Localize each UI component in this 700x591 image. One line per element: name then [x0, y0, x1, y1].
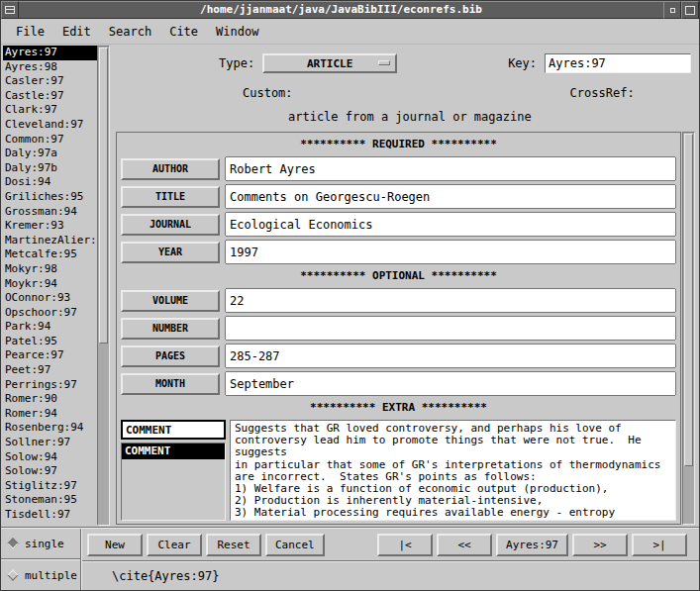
reference-list-item[interactable]: Romer:94 — [3, 407, 97, 422]
radio-unselected-icon — [7, 569, 18, 580]
nav-button[interactable]: >| — [632, 534, 687, 556]
reference-list-item[interactable]: Cleveland:97 — [3, 118, 97, 133]
menu-item[interactable]: Window — [207, 22, 267, 42]
reference-list-item[interactable]: Ayres:98 — [3, 60, 97, 75]
field-input[interactable] — [225, 212, 676, 237]
form-panel: ********** REQUIRED ********** AUTHOR TI… — [116, 132, 695, 525]
field-label-button[interactable]: JOURNAL — [121, 214, 220, 236]
reference-list-item[interactable]: MartinezAlier:97 — [3, 234, 97, 248]
field-label-button[interactable]: MONTH — [121, 373, 220, 395]
type-dropdown[interactable]: ARTICLE — [262, 53, 397, 73]
menu-item[interactable]: File — [7, 22, 53, 42]
field-input[interactable] — [225, 344, 676, 368]
field-row: YEAR — [121, 240, 676, 264]
reference-list-item[interactable]: Romer:90 — [3, 392, 97, 407]
optional-fields: VOLUME NUMBER PAGES — [121, 285, 676, 399]
action-buttons: NewClearResetCancel — [87, 534, 325, 556]
reference-list-item[interactable]: Daly:97a — [3, 147, 97, 161]
mode-multiple[interactable]: multiple — [1, 560, 80, 590]
field-input[interactable] — [225, 316, 676, 341]
menu-item[interactable]: Search — [100, 22, 160, 42]
window-menu-button[interactable] — [1, 1, 19, 19]
field-input[interactable] — [225, 156, 676, 181]
key-input[interactable] — [545, 53, 691, 73]
mode-multiple-label: multiple — [25, 569, 77, 582]
reference-list-scrollbar[interactable] — [97, 46, 110, 526]
reference-list-item[interactable]: Sollner:97 — [3, 436, 97, 450]
reference-list-item[interactable]: Castle:97 — [3, 89, 97, 104]
fields-form: ********** REQUIRED ********** AUTHOR TI… — [116, 132, 681, 525]
reference-list-item[interactable]: Opschoor:97 — [3, 306, 97, 321]
reference-list-item[interactable]: Park:94 — [3, 320, 97, 335]
maximize-button[interactable] — [681, 1, 699, 19]
reference-list-item[interactable]: Stiglitz:97 — [3, 479, 97, 494]
reference-list-item[interactable]: Mokyr:98 — [3, 262, 97, 277]
field-label-button[interactable]: AUTHOR — [121, 158, 220, 180]
menu-item[interactable]: Cite — [160, 22, 207, 42]
extra-field-name-input[interactable] — [121, 420, 226, 440]
menu-item[interactable]: Edit — [53, 22, 100, 42]
reference-list-item[interactable]: Dosi:94 — [3, 175, 97, 190]
reference-list-item[interactable]: Patel:95 — [3, 335, 97, 349]
optional-section-header: ********** OPTIONAL ********** — [121, 267, 676, 285]
type-value: ARTICLE — [307, 57, 352, 70]
field-row: AUTHOR — [121, 156, 676, 181]
reference-list-item[interactable]: OConnor:93 — [3, 291, 97, 306]
action-button[interactable]: New — [87, 534, 143, 556]
reference-list-item[interactable]: Ayres:97 — [3, 46, 97, 60]
reference-list-item[interactable]: Solow:94 — [3, 450, 97, 465]
nav-button[interactable]: >> — [572, 534, 628, 556]
field-input[interactable] — [225, 371, 676, 396]
key-label: Key: — [508, 56, 537, 70]
reference-list-item[interactable]: Perrings:97 — [3, 378, 97, 393]
nav-button[interactable]: |< — [377, 534, 433, 556]
action-button[interactable]: Reset — [206, 534, 261, 556]
reference-list: Ayres:97Ayres:98Casler:97Castle:97Clark:… — [3, 46, 97, 526]
nav-button[interactable]: Ayres:97 — [496, 534, 568, 556]
field-label-button[interactable]: PAGES — [121, 345, 220, 367]
field-row: TITLE — [121, 184, 676, 209]
mode-single[interactable]: single — [1, 529, 80, 558]
field-row: MONTH — [121, 371, 676, 396]
reference-list-item[interactable]: Casler:97 — [3, 74, 97, 89]
reference-list-item[interactable]: Kremer:93 — [3, 219, 97, 234]
reference-list-item[interactable]: Solow:97 — [3, 464, 97, 479]
reference-list-item[interactable]: Tisdell:97 — [3, 508, 97, 523]
maximize-icon — [685, 6, 695, 15]
field-input[interactable] — [225, 240, 676, 264]
reference-list-item[interactable]: Stoneman:95 — [3, 493, 97, 508]
reference-list-panel: Ayres:97Ayres:98Casler:97Castle:97Clark:… — [1, 45, 110, 527]
menubar: FileEditSearchCiteWindow — [1, 19, 699, 45]
reference-list-item[interactable]: Moykr:94 — [3, 277, 97, 292]
comment-textarea[interactable] — [230, 420, 676, 521]
reference-list-item[interactable]: Rosenberg:94 — [3, 421, 97, 436]
reference-list-item[interactable]: Grossman:94 — [3, 205, 97, 220]
field-row: NUMBER — [121, 316, 676, 341]
field-label-button[interactable]: NUMBER — [121, 318, 220, 340]
nav-button[interactable]: << — [437, 534, 492, 556]
reference-list-item[interactable]: Pearce:97 — [3, 348, 97, 363]
field-label-button[interactable]: VOLUME — [121, 290, 220, 312]
reference-list-item[interactable]: Peet:97 — [3, 363, 97, 378]
extra-field-list: COMMENT — [121, 443, 226, 521]
required-section-header: ********** REQUIRED ********** — [121, 136, 676, 153]
field-label-button[interactable]: YEAR — [121, 242, 220, 263]
minimize-icon — [670, 8, 675, 13]
scrollbar-thumb[interactable] — [99, 48, 108, 344]
field-input[interactable] — [225, 288, 676, 313]
minimize-button[interactable] — [663, 1, 681, 19]
reference-list-item[interactable]: Clark:97 — [3, 103, 97, 118]
action-button[interactable]: Clear — [147, 534, 202, 556]
reference-list-item[interactable]: Griliches:95 — [3, 190, 97, 205]
window-title: /home/jjanmaat/java/JavaBibIII/econrefs.… — [19, 1, 663, 19]
field-label-button[interactable]: TITLE — [121, 186, 220, 208]
reference-list-item[interactable]: Common:97 — [3, 133, 97, 148]
extra-field-option[interactable]: COMMENT — [122, 443, 225, 459]
action-button[interactable]: Cancel — [265, 534, 325, 556]
field-input[interactable] — [225, 184, 676, 209]
scrollbar-thumb[interactable] — [684, 134, 693, 466]
reference-list-item[interactable]: Daly:97b — [3, 161, 97, 176]
form-scrollbar[interactable] — [682, 132, 695, 525]
reference-list-item[interactable]: Metcalfe:95 — [3, 247, 97, 262]
radio-selected-icon — [7, 538, 18, 548]
